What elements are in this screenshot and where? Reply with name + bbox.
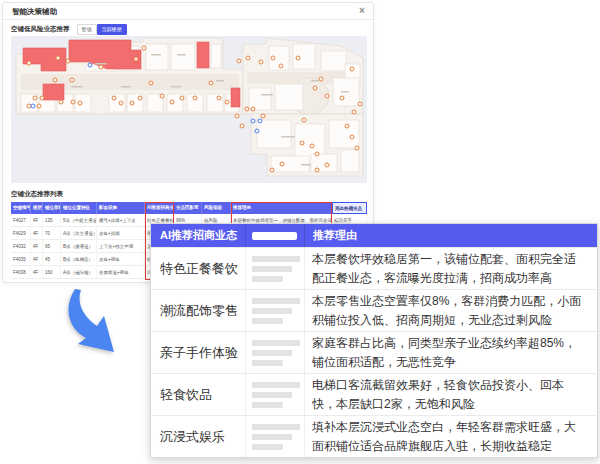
- detail-table-header: AI推荐招商业态 推荐理由: [151, 224, 597, 247]
- detail-row: 特色正餐餐饮 本层餐饮坪效稳居第一，该铺位配套、面积完全适配正餐业态，客流曝光度…: [151, 247, 597, 289]
- vacant-shop-table-header: 空铺编号 楼层 铺位面积(㎡) 铺位位置特征 配套设施 AI推荐招商业态 业态匹…: [11, 202, 367, 214]
- floor-map[interactable]: [11, 36, 367, 183]
- redacted-metrics: [245, 416, 304, 457]
- cell: F4029: [11, 227, 31, 239]
- screenshot-stage: 智能决策辅助 × 空铺低风险业态推荐 整场 当前楼层: [0, 0, 600, 464]
- floor-map-svg: [11, 36, 367, 183]
- header-ai-category: AI推荐招商业态: [151, 224, 245, 247]
- category-label: 轻食饮品: [151, 374, 245, 415]
- cell: 上下水+独立空调: [97, 240, 145, 252]
- detail-row: 沉浸式娱乐 填补本层沉浸式业态空白，年轻客群需求旺盛，大面积铺位适合品牌旗舰店入…: [151, 415, 597, 457]
- header-redacted-column: [245, 224, 304, 247]
- redacted-metrics: [245, 332, 304, 373]
- cell: F4027: [11, 214, 31, 226]
- cell: F4032: [11, 240, 31, 252]
- col-shop-id: 空铺编号: [11, 202, 31, 214]
- category-label: 沉浸式娱乐: [151, 416, 245, 457]
- redacted-label-bar: [252, 232, 297, 240]
- cell: 4F: [31, 253, 43, 265]
- cell: 4F: [31, 227, 43, 239]
- col-location: 铺位位置特征: [61, 202, 97, 214]
- window-title: 智能决策辅助: [12, 7, 57, 16]
- category-label: 潮流配饰零售: [151, 290, 245, 331]
- section-label: 空铺低风险业态推荐: [11, 25, 70, 34]
- cell: 95: [43, 240, 61, 252]
- cell: 燃气+排烟+上下水: [97, 214, 145, 226]
- col-ai-category: AI推荐招商业态: [145, 202, 174, 214]
- cell: 4F: [31, 214, 43, 226]
- category-label: 亲子手作体验: [151, 332, 245, 373]
- reason-text: 本层餐饮坪效稳居第一，该铺位配套、面积完全适配正餐业态，客流曝光度拉满，招商成功…: [304, 248, 597, 289]
- cell: 水电+强电: [97, 253, 145, 265]
- cell: 4F: [31, 240, 43, 252]
- col-match: 业态匹配度: [174, 202, 202, 214]
- cell: A排（端头铺）: [61, 266, 97, 278]
- cell: 水电+排烟: [97, 227, 145, 239]
- cell: 全套烟道+强电: [97, 266, 145, 278]
- header-reason: 推荐理由: [304, 224, 597, 247]
- redacted-metrics: [245, 290, 304, 331]
- redacted-metrics: [245, 374, 304, 415]
- cell: 160: [43, 266, 61, 278]
- recommend-controls-row: 空铺低风险业态推荐 整场 当前楼层: [11, 23, 127, 35]
- cell: F4038: [11, 266, 31, 278]
- cell: 45: [43, 253, 61, 265]
- curved-arrow-down-right-icon: [58, 288, 120, 360]
- cell: A排（次主通道）: [61, 227, 97, 239]
- ai-recommendation-detail-table: AI推荐招商业态 推荐理由 特色正餐餐饮 本层餐饮坪效稳居第一，该铺位配套、面积…: [150, 223, 598, 458]
- col-facilities: 配套设施: [97, 202, 145, 214]
- cell: B排（电梯旁）: [61, 253, 97, 265]
- toggle-whole-venue-button[interactable]: 整场: [77, 24, 97, 35]
- detail-row: 亲子手作体验 家庭客群占比高，同类型亲子业态续约率超85%，铺位面积适配，无恶性…: [151, 331, 597, 373]
- col-risk: 风险等级: [202, 202, 231, 214]
- col-reason: 推荐理由: [231, 202, 332, 214]
- col-area: 铺位面积(㎡): [43, 202, 61, 214]
- cell: 135: [43, 214, 61, 226]
- detail-row: 潮流配饰零售 本层零售业态空置率仅8%，客群消费力匹配，小面积铺位投入低、招商周…: [151, 289, 597, 331]
- redacted-metrics: [245, 248, 304, 289]
- reason-text: 电梯口客流截留效果好，轻食饮品投资小、回本快，本层缺口2家，无饱和风险: [304, 374, 597, 415]
- reason-text: 本层零售业态空置率仅8%，客群消费力匹配，小面积铺位投入低、招商周期短，无业态过…: [304, 290, 597, 331]
- toggle-current-floor-button[interactable]: 当前楼层: [97, 24, 127, 35]
- col-nearby-hot[interactable]: 周边热销业态: [332, 202, 367, 214]
- cell: 5排（中庭主通道）: [61, 214, 97, 226]
- cell: 70: [43, 227, 61, 239]
- category-label: 特色正餐餐饮: [151, 248, 245, 289]
- list-title: 空铺业态推荐列表: [11, 190, 63, 199]
- detail-row: 轻食饮品 电梯口客流截留效果好，轻食饮品投资小、回本快，本层缺口2家，无饱和风险: [151, 373, 597, 415]
- close-icon[interactable]: ×: [356, 3, 368, 20]
- cell: 4F: [31, 266, 43, 278]
- reason-text: 填补本层沉浸式业态空白，年轻客群需求旺盛，大面积铺位适合品牌旗舰店入驻，长期收益…: [304, 416, 597, 457]
- cell: B排（侧通道）: [61, 240, 97, 252]
- col-floor: 楼层: [31, 202, 43, 214]
- cell: F4035: [11, 253, 31, 265]
- reason-text: 家庭客群占比高，同类型亲子业态续约率超85%，铺位面积适配，无恶性竞争: [304, 332, 597, 373]
- window-title-bar: 智能决策辅助 ×: [3, 3, 373, 20]
